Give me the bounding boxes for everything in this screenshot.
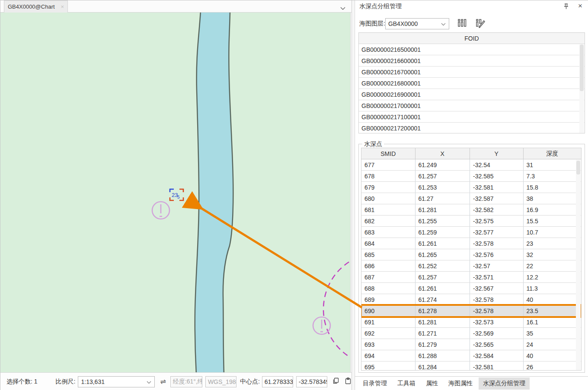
swap-coordinates-icon[interactable]: ⇌	[160, 377, 166, 386]
depth-cell: -32.567	[470, 283, 524, 294]
depth-row-highlighted[interactable]: 69061.278-32.57823.5	[361, 305, 581, 317]
depth-cell: -32.585	[470, 171, 524, 181]
foid-row[interactable]: GB000000217000001	[359, 100, 585, 111]
depth-cell: 15.5	[524, 216, 581, 226]
depth-cell: -32.582	[470, 204, 524, 215]
depth-row[interactable]: 67961.253-32.58115.8	[361, 182, 581, 193]
sounding-depth-sub: 5	[177, 195, 180, 200]
depth-row[interactable]: 69161.281-32.57316.1	[361, 317, 581, 328]
depth-cell: 61.259	[415, 227, 470, 238]
tab-chart-document[interactable]: GB4X0000@Chart ×	[4, 0, 68, 13]
depth-group-panel: 水深点分组管理 × 海图图层: GB4X0000	[355, 0, 588, 390]
depth-cell: 61.278	[415, 305, 470, 316]
pane-splitter[interactable]	[352, 0, 355, 390]
depth-cell: -32.581	[470, 182, 524, 193]
close-icon[interactable]: ×	[578, 2, 582, 10]
depth-row[interactable]: 67761.249-32.5431	[361, 159, 581, 171]
depth-cell: 692	[361, 328, 415, 339]
lonlat-readout: 经度:61°,纬度	[170, 376, 202, 387]
depth-row[interactable]: 68261.255-32.57515.5	[361, 216, 581, 227]
pin-icon[interactable]	[563, 3, 569, 12]
depth-row[interactable]: 68061.27-32.58738	[361, 193, 581, 204]
panel-tab-item[interactable]: 工具箱	[393, 377, 420, 390]
depth-cell: 12.2	[524, 272, 581, 282]
chevron-down-icon	[441, 23, 446, 26]
depth-row[interactable]: 68961.274-32.57840	[361, 294, 581, 305]
depth-cell: 38	[524, 193, 581, 204]
foid-row[interactable]: GB000000216500001	[359, 44, 585, 55]
depth-row[interactable]: 69361.279-32.56524	[361, 339, 581, 350]
copy-icon[interactable]	[332, 377, 339, 386]
depth-scrollbar-thumb[interactable]	[576, 161, 580, 174]
foid-row-list: GB000000216500001GB000000216600001GB0000…	[359, 44, 585, 133]
map-canvas: 23 5	[0, 13, 351, 372]
group-columns-icon[interactable]	[457, 18, 467, 30]
depth-cell: 61.27	[415, 193, 470, 204]
foid-scrollbar[interactable]	[579, 44, 584, 133]
panel-title: 水深点分组管理	[359, 3, 402, 10]
depth-cell: -32.575	[470, 216, 524, 226]
depth-cell: -32.573	[470, 317, 524, 327]
depth-cell: 61.261	[415, 238, 470, 249]
depth-cell: 61.281	[415, 204, 470, 215]
foid-scrollbar-thumb[interactable]	[580, 44, 584, 91]
foid-row[interactable]: GB000000216800001	[359, 78, 585, 89]
panel-tab-item[interactable]: 海图属性	[444, 377, 477, 390]
tab-close-icon[interactable]: ×	[61, 3, 64, 10]
center-x-input[interactable]: 61.278333	[262, 376, 293, 387]
depth-cell: 61.265	[415, 249, 470, 260]
scale-combobox[interactable]: 1:13,631	[78, 376, 155, 387]
center-y-input[interactable]: -32.578349	[296, 376, 327, 387]
tab-list-chevron-down-icon[interactable]	[340, 4, 345, 12]
depth-row[interactable]: 67861.257-32.5857.3	[361, 171, 581, 182]
depth-column-header[interactable]: X	[415, 148, 470, 159]
depth-cell: 24	[524, 339, 581, 350]
paste-icon[interactable]	[345, 377, 352, 386]
depth-cell: 694	[361, 350, 415, 361]
layer-combobox[interactable]: GB4X0000	[385, 18, 449, 29]
depth-cell: 40	[524, 294, 581, 305]
chevron-down-icon	[147, 381, 151, 384]
foid-row[interactable]: GB000000216900001	[359, 89, 585, 100]
depth-row[interactable]: 68361.259-32.57710.7	[361, 227, 581, 238]
panel-tab-active[interactable]: 水深点分组管理	[479, 377, 530, 390]
foid-row[interactable]: GB000000216700001	[359, 67, 585, 78]
foid-row[interactable]: GB000000216600001	[359, 55, 585, 67]
center-point-label: 中心点:	[240, 378, 260, 386]
depth-cell: 10.7	[524, 227, 581, 238]
depth-cell: -32.569	[470, 328, 524, 339]
depth-row[interactable]: 69561.284-32.58126	[361, 361, 581, 371]
depth-point-table: SMIDXY深度 67761.249-32.543167861.257-32.5…	[361, 148, 582, 371]
depth-cell: 61.249	[415, 159, 470, 170]
document-tab-bar: GB4X0000@Chart ×	[0, 0, 352, 13]
depth-row[interactable]: 68161.281-32.58216.9	[361, 204, 581, 216]
depth-row[interactable]: 69261.271-32.56935	[361, 328, 581, 339]
depth-cell: 15.8	[524, 182, 581, 193]
scale-value: 1:13,631	[81, 378, 105, 385]
map-document-pane: GB4X0000@Chart ×	[0, 0, 352, 390]
edit-group-icon[interactable]	[475, 18, 486, 30]
depth-scrollbar[interactable]	[576, 160, 581, 371]
map-viewport[interactable]: 23 5	[0, 13, 351, 372]
depth-row[interactable]: 68861.261-32.56711.3	[361, 283, 581, 294]
foid-row[interactable]: GB000000217100001	[359, 111, 585, 123]
selected-sounding-marker[interactable]: 23 5	[170, 189, 183, 200]
depth-cell: -32.587	[470, 193, 524, 204]
panel-tab-item[interactable]: 目录管理	[358, 377, 391, 390]
panel-tab-item[interactable]: 属性	[422, 377, 442, 390]
depth-row[interactable]: 69461.288-32.58440	[361, 350, 581, 361]
depth-column-header[interactable]: SMID	[361, 148, 415, 159]
depth-cell: -32.571	[470, 272, 524, 282]
depth-row[interactable]: 68561.265-32.57632	[361, 249, 581, 260]
depth-cell: 677	[361, 159, 415, 170]
foid-row[interactable]: GB000000217200001	[359, 123, 585, 133]
depth-column-header[interactable]: Y	[470, 148, 524, 159]
depth-row[interactable]: 68461.261-32.57823	[361, 238, 581, 249]
depth-row[interactable]: 68661.252-32.5722	[361, 260, 581, 272]
depth-cell: 61.288	[415, 350, 470, 361]
depth-cell: -32.54	[470, 159, 524, 170]
application-window: GB4X0000@Chart ×	[0, 0, 588, 390]
depth-column-header[interactable]: 深度	[524, 148, 581, 159]
river-polygon	[195, 13, 233, 372]
depth-row[interactable]: 68761.257-32.57112.2	[361, 272, 581, 283]
